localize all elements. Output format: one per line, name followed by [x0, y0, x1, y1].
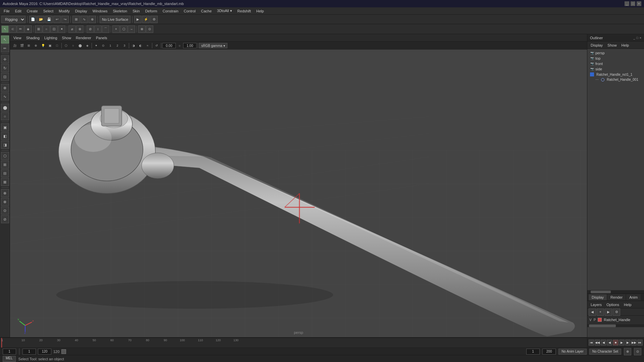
layer-scrollbar[interactable] — [587, 324, 644, 327]
scale-btn[interactable]: ⊡ — [50, 25, 58, 33]
gamma-input[interactable] — [183, 43, 197, 48]
start-frame-input[interactable] — [22, 349, 36, 355]
menu-edit[interactable]: Edit — [13, 8, 24, 14]
snap-point-btn[interactable]: ⊕ — [89, 16, 96, 23]
open-btn[interactable]: 📂 — [37, 16, 45, 23]
vp-res-low-btn[interactable]: 1 — [107, 43, 114, 49]
menu-windows[interactable]: Windows — [90, 8, 110, 14]
color-space-btn[interactable]: sRGB gamma ▾ — [199, 43, 227, 48]
layer-v-toggle[interactable]: V — [589, 318, 592, 322]
tree-item-side[interactable]: 📷 side — [589, 66, 643, 72]
menu-modify[interactable]: Modify — [56, 8, 72, 14]
fx-btn3[interactable]: ⊙ — [1, 206, 9, 215]
vp-refresh-btn[interactable]: ↺ — [153, 43, 160, 49]
layer-scroll-thumb[interactable] — [589, 324, 616, 327]
universal-btn[interactable]: ✦ — [58, 25, 65, 33]
render-settings-btn[interactable]: ⚙ — [150, 16, 158, 23]
vp-shadow-btn[interactable]: ◑ — [130, 43, 137, 49]
step-back-btn[interactable]: ◀◀ — [595, 340, 600, 346]
viewport-3d[interactable]: persp X Y Z — [10, 50, 587, 337]
vp-color-btn[interactable]: ◈ — [84, 43, 91, 49]
deform-btn[interactable]: ⬡ — [1, 152, 9, 160]
outliner-menu-help[interactable]: Help — [620, 43, 631, 47]
rotate-tool-btn[interactable]: ↻ — [1, 64, 9, 72]
prev-frame-btn[interactable]: ◀ — [601, 340, 606, 346]
layer-prev-btn[interactable]: ◀ — [589, 308, 596, 316]
wrap-btn[interactable]: ⊟ — [1, 169, 9, 177]
select-tool-btn[interactable]: ↖ — [1, 25, 9, 33]
char-set-icon1[interactable]: ⊕ — [624, 348, 631, 355]
paint-sel-btn[interactable]: ✏ — [17, 25, 24, 33]
vp-shading1-btn[interactable]: ▣ — [47, 43, 53, 49]
paint-skin-btn[interactable]: ⊙ — [146, 25, 153, 33]
outliner-scrollbar[interactable] — [587, 290, 644, 293]
layer-settings-btn[interactable]: ⚙ — [613, 308, 620, 316]
snap-btn[interactable]: ⊕ — [1, 84, 9, 92]
bend-btn[interactable]: ⌣ — [128, 25, 135, 33]
menu-file[interactable]: File — [1, 8, 12, 14]
redo-btn[interactable]: ↪ — [61, 16, 69, 23]
outliner-maximize[interactable]: □ — [636, 36, 638, 40]
skin-weights-btn[interactable]: ⊗ — [138, 25, 146, 33]
select-mode-btn[interactable]: ↖ — [1, 36, 9, 44]
vp-menu-shading[interactable]: Shading — [24, 36, 42, 40]
menu-constrain[interactable]: Constrain — [160, 8, 181, 14]
menu-help[interactable]: Help — [254, 8, 266, 14]
vp-menu-lighting[interactable]: Lighting — [42, 36, 59, 40]
char-set-icon2[interactable]: ⊙ — [634, 348, 641, 355]
vp-menu-view[interactable]: View — [11, 36, 23, 40]
vp-menu-show[interactable]: Show — [60, 36, 73, 40]
menu-create[interactable]: Create — [24, 8, 40, 14]
outliner-menu-show[interactable]: Show — [605, 43, 619, 47]
vp-isolate-btn[interactable]: ⊙ — [100, 43, 107, 49]
snap-grid-btn[interactable]: ⊞ — [72, 16, 80, 23]
current-frame-input[interactable] — [3, 349, 16, 355]
layer-color-swatch[interactable] — [598, 318, 602, 322]
vp-menu-renderer[interactable]: Renderer — [74, 36, 93, 40]
outliner-minimize[interactable]: _ — [633, 36, 635, 40]
close-btn[interactable]: × — [637, 1, 641, 6]
end-frame-input[interactable] — [38, 349, 51, 355]
menu-skeleton[interactable]: Skeleton — [110, 8, 129, 14]
vp-motion-blur-btn[interactable]: ≈ — [144, 43, 151, 49]
char-set-btn[interactable]: No Character Set — [589, 349, 621, 355]
tab-anim[interactable]: Anim — [626, 294, 641, 300]
vp-shading2-btn[interactable]: □ — [54, 43, 60, 49]
menu-select[interactable]: Select — [41, 8, 56, 14]
vp-texture-btn[interactable]: ⬤ — [77, 43, 84, 49]
play-btn[interactable]: ▶ — [619, 340, 625, 346]
layer2-btn[interactable]: ◨ — [1, 141, 9, 149]
ik-spline-btn[interactable]: ⌒ — [102, 25, 109, 33]
layers-menu-options[interactable]: Options — [604, 303, 621, 307]
vp-film-btn[interactable]: 🎬 — [18, 43, 25, 49]
blend-btn[interactable]: ⊞ — [1, 161, 9, 169]
range-end-input[interactable] — [542, 349, 556, 355]
lattice-btn[interactable]: ⬡ — [120, 25, 127, 33]
ik-handle-btn[interactable]: ↕ — [94, 25, 102, 33]
lasso-tool-btn[interactable]: ⊂ — [9, 25, 16, 33]
vp-wireframe-btn[interactable]: ⬡ — [63, 43, 69, 49]
tree-item-front[interactable]: 📷 front — [589, 61, 643, 66]
play-reverse-btn[interactable]: ◀ — [607, 340, 612, 346]
mel-python-btn[interactable]: MEL — [3, 356, 16, 362]
tree-item-persp[interactable]: 📷 persp — [589, 50, 643, 56]
tab-render[interactable]: Render — [607, 294, 626, 300]
maximize-btn[interactable]: □ — [631, 1, 635, 6]
tree-item-top[interactable]: 📷 top — [589, 56, 643, 61]
show-manip-btn[interactable]: ⊛ — [76, 25, 84, 33]
menu-skin[interactable]: Skin — [130, 8, 142, 14]
tree-item-ratchet-nct[interactable]: Ratchet_Handle_nct1_1 — [589, 72, 643, 77]
stop-btn[interactable]: ■ — [613, 340, 618, 346]
ipr-btn[interactable]: ⚡ — [142, 16, 150, 23]
anim-layer-btn[interactable]: No Anim Layer — [558, 349, 587, 355]
paint-mode-btn[interactable]: ✏ — [1, 44, 9, 52]
cluster-btn[interactable]: + — [112, 25, 120, 33]
go-start-btn[interactable]: ⏮ — [589, 340, 594, 346]
vp-smooth-btn[interactable]: ○ — [70, 43, 76, 49]
move-tool-btn[interactable]: ✛ — [1, 55, 9, 63]
layer-btn[interactable]: ◧ — [1, 132, 9, 140]
fx-btn2[interactable]: ⊗ — [1, 198, 9, 206]
shrink-btn[interactable]: ⊠ — [1, 178, 9, 186]
vp-ao-btn[interactable]: ◐ — [137, 43, 144, 49]
scale-tool-btn[interactable]: ⊡ — [1, 73, 9, 81]
